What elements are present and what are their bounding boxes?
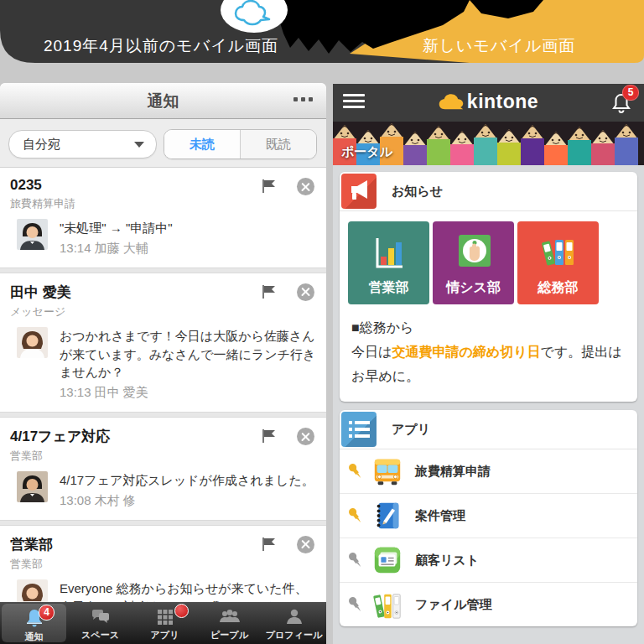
pin-icon <box>346 506 365 526</box>
announcement-body: 今日は交通費申請の締め切り日です。提出はお早めに。 <box>351 340 626 389</box>
notification-item[interactable]: 0235 旅費精算申請 "未処理" → "申請中" 13:14 加藤 大輔 <box>0 168 326 267</box>
notification-message: 4/17フェア対応スレッドが作成されました。 <box>60 471 314 490</box>
tab-label: アプリ <box>132 629 197 641</box>
announcements-header: お知らせ <box>340 172 637 211</box>
tile-it[interactable]: 情シス部 <box>433 221 514 304</box>
announcement-body-pre: 今日は <box>351 345 392 359</box>
close-icon[interactable] <box>297 428 314 445</box>
divider <box>0 412 326 418</box>
new-mobile-screen: kintone 5 <box>333 84 644 644</box>
people-icon <box>219 605 241 627</box>
notification-meta: 13:14 加藤 大輔 <box>60 241 173 257</box>
divider <box>0 267 326 273</box>
avatar <box>17 471 48 502</box>
department-tiles: 営業部 情シス部 <box>340 211 637 314</box>
divider <box>0 520 326 526</box>
app-row-file-management[interactable]: ファイル管理 <box>340 582 637 626</box>
kintone-cloud-icon <box>439 92 464 112</box>
app-label: 案件管理 <box>415 508 465 524</box>
close-icon[interactable] <box>297 178 314 195</box>
tile-label: 営業部 <box>348 279 429 297</box>
notification-category: 営業部 <box>10 449 316 464</box>
megaphone-icon <box>341 174 377 209</box>
tab-people[interactable]: ピープル <box>197 602 262 644</box>
dropdown-value: 自分宛 <box>23 137 60 153</box>
card-title: アプリ <box>392 422 430 438</box>
flag-icon[interactable] <box>261 428 278 444</box>
bell-count-badge: 5 <box>622 85 639 101</box>
tab-label: プロフィール <box>262 629 326 641</box>
app-label: 顧客リスト <box>415 553 479 569</box>
apps-header: アプリ <box>340 410 637 449</box>
more-menu-button[interactable] <box>293 97 313 101</box>
read-state-segmented-control: 未読 既読 <box>164 129 317 159</box>
apps-card: アプリ 旅費精算申請 <box>340 410 637 626</box>
app-row-travel-expense[interactable]: 旅費精算申請 <box>340 449 637 493</box>
bar-chart-icon <box>369 231 409 275</box>
notification-message: Everyone 総務からお知らせが来ていた件、今日中にご対応よろしくお願いしま… <box>60 579 316 603</box>
flag-icon[interactable] <box>261 537 278 552</box>
kintone-logo: kintone <box>333 91 644 113</box>
old-version-banner: 2019年4月以前のモバイル画面 <box>27 35 295 57</box>
bottom-tab-bar: 4 通知 スペース アプリ <box>0 602 326 644</box>
bus-app-icon <box>371 455 403 487</box>
avatar <box>17 219 48 250</box>
flag-icon[interactable] <box>261 179 278 194</box>
tab-label: スペース <box>68 629 132 641</box>
tab-apps[interactable]: アプリ <box>132 602 197 644</box>
filter-bar: 自分宛 未読 既読 <box>0 119 326 168</box>
pin-icon <box>346 595 365 615</box>
flag-icon[interactable] <box>261 284 278 299</box>
tab-unread[interactable]: 未読 <box>164 130 240 158</box>
portal-body: お知らせ 営業部 <box>333 165 644 641</box>
tile-general-affairs[interactable]: 総務部 <box>517 221 599 304</box>
announcement-heading: ■総務から <box>351 316 626 340</box>
notification-item[interactable]: 営業部 営業部 Everyone 総務からお知らせが来ていた件、今日中にご対応よ… <box>0 526 326 603</box>
tile-label: 情シス部 <box>433 279 514 297</box>
tab-label: 通知 <box>2 631 66 643</box>
notification-meta: 13:13 田中 愛美 <box>60 385 316 401</box>
notification-message: "未処理" → "申請中" <box>60 219 173 237</box>
pin-icon <box>346 550 365 570</box>
tile-sales[interactable]: 営業部 <box>348 221 429 304</box>
tab-read[interactable]: 既読 <box>240 130 316 158</box>
kintone-header-bar: kintone 5 <box>333 84 644 122</box>
recipient-filter-dropdown[interactable]: 自分宛 <box>8 130 157 158</box>
avatar <box>17 327 48 358</box>
hand-press-icon <box>454 231 494 275</box>
new-version-banner: 新しいモバイル画面 <box>390 35 608 57</box>
notebook-app-icon <box>371 500 403 532</box>
card-title: お知らせ <box>392 184 443 200</box>
notification-count-badge: 4 <box>39 605 55 621</box>
close-icon[interactable] <box>297 536 314 553</box>
tab-spaces[interactable]: スペース <box>68 602 132 644</box>
new-badge-dot <box>174 604 189 618</box>
chevron-down-icon <box>134 142 144 148</box>
grid-icon <box>154 605 176 627</box>
notifications-bell-button[interactable]: 5 <box>610 91 634 115</box>
list-icon <box>341 412 377 447</box>
avatar <box>17 579 48 603</box>
binders-app-icon <box>371 589 403 621</box>
notification-category: 旅費精算申請 <box>10 196 316 211</box>
notification-item[interactable]: 田中 愛美 メッセージ おつかれさまです！今日は大阪から佐藤さんが来ています。み… <box>0 273 326 412</box>
notification-meta: 13:08 木村 修 <box>60 493 314 509</box>
notification-message: おつかれさまです！今日は大阪から佐藤さんが来ています。みなさんで一緒にランチ行き… <box>60 327 316 382</box>
page: 2019年4月以前のモバイル画面 新しいモバイル画面 通知 自分宛 未読 既読 … <box>0 0 644 644</box>
app-row-case-management[interactable]: 案件管理 <box>340 493 637 538</box>
pin-icon <box>346 461 365 481</box>
tab-label: ピープル <box>197 629 262 641</box>
notification-category: メッセージ <box>10 304 316 319</box>
app-label: 旅費精算申請 <box>415 464 491 480</box>
customer-card-app-icon <box>371 544 403 576</box>
announcement-text: ■総務から 今日は交通費申請の締め切り日です。提出はお早めに。 <box>340 314 637 402</box>
tab-notifications[interactable]: 4 通知 <box>2 604 66 642</box>
notification-item[interactable]: 4/17フェア対応 営業部 4/17フェア対応スレッドが作成されました。 13:… <box>0 418 326 520</box>
close-icon[interactable] <box>297 283 314 301</box>
brand-name: kintone <box>467 91 538 113</box>
old-title-bar: 通知 <box>0 83 326 119</box>
old-mobile-screen: 通知 自分宛 未読 既読 0235 旅費精算申請 <box>0 83 326 644</box>
portal-cover-image: ポータル <box>333 122 644 165</box>
app-row-customer-list[interactable]: 顧客リスト <box>340 538 637 582</box>
tab-profile[interactable]: プロフィール <box>262 602 326 644</box>
